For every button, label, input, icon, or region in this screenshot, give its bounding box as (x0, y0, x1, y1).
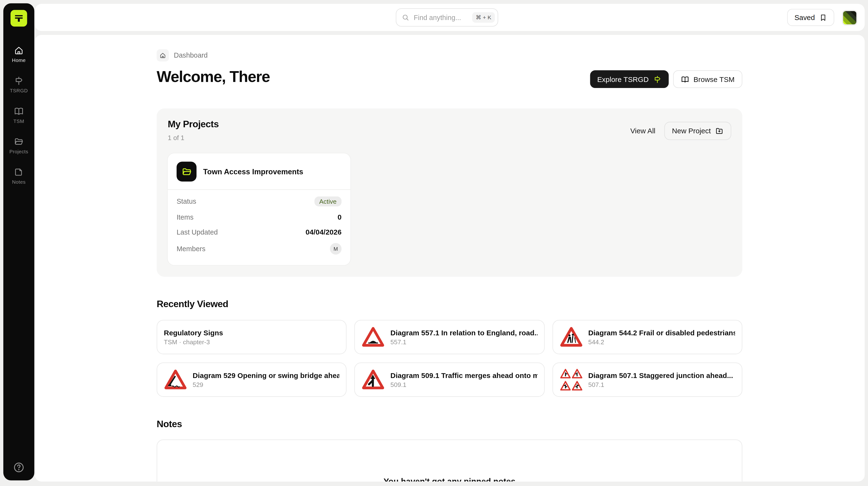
recent-card-557-1[interactable]: Diagram 557.1 In relation to England, ro… (354, 320, 545, 354)
status-badge: Active (314, 196, 341, 206)
member-avatar: M (330, 243, 341, 255)
home-icon (14, 45, 24, 55)
saved-button[interactable]: Saved (787, 9, 834, 26)
warning-sign-road-hump-icon (362, 325, 385, 349)
recent-card-subtitle: 557.1 (390, 339, 537, 346)
page-header: Welcome, There Explore TSRGD (157, 68, 742, 88)
recent-card-title: Diagram 507.1 Staggered junction ahead..… (588, 371, 733, 380)
help-button[interactable] (13, 462, 25, 473)
browse-tsm-label: Browse TSM (693, 75, 735, 83)
status-label: Status (177, 198, 196, 205)
sidebar-item-label: Notes (12, 180, 26, 185)
browse-tsm-button[interactable]: Browse TSM (673, 70, 742, 88)
warning-sign-traffic-merges-icon (362, 368, 385, 391)
project-members-row: Members M (177, 239, 341, 258)
sidebar-item-label: Home (12, 58, 26, 63)
recent-card-title: Diagram 544.2 Frail or disabled pedestri… (588, 329, 735, 337)
my-projects-count: 1 of 1 (168, 134, 219, 142)
warning-sign-frail-pedestrians-icon (559, 325, 583, 349)
divider (168, 189, 350, 190)
notes-empty-title: You haven't got any pinned notes (383, 477, 516, 482)
recent-card-title: Diagram 557.1 In relation to England, ro… (390, 329, 537, 337)
search-shortcut-hint: ⌘ + K (472, 12, 495, 23)
project-status-row: Status Active (177, 193, 341, 210)
search-input[interactable] (412, 13, 468, 22)
brand-logo[interactable] (10, 10, 27, 27)
recent-card-507-1[interactable]: Diagram 507.1 Staggered junction ahead..… (552, 363, 742, 397)
user-avatar[interactable] (842, 10, 858, 25)
search-icon (402, 14, 409, 21)
page-title: Welcome, There (157, 68, 270, 86)
my-projects-panel: My Projects 1 of 1 View All New Project (157, 108, 742, 277)
house-icon (159, 52, 166, 59)
recent-card-subtitle: 507.1 (588, 381, 733, 388)
project-updated-row: Last Updated 04/04/2026 (177, 225, 341, 239)
open-book-icon (14, 106, 24, 116)
explore-tsrgd-label: Explore TSRGD (597, 75, 649, 83)
notes-panel: You haven't got any pinned notes Pin a n… (157, 440, 742, 481)
folder-plus-icon (715, 127, 723, 135)
topbar-actions: Saved (787, 9, 858, 26)
bookmark-icon (819, 13, 827, 21)
help-icon (13, 462, 25, 473)
brand-logo-icon (13, 13, 24, 24)
members-label: Members (177, 245, 206, 253)
project-items-row: Items 0 (177, 210, 341, 225)
sidebar-nav: Home TSRGD TSM (3, 45, 34, 185)
sidebar-item-tsrgd[interactable]: TSRGD (3, 76, 34, 94)
recent-card-subtitle: 509.1 (390, 381, 537, 388)
recent-card-544-2[interactable]: Diagram 544.2 Frail or disabled pedestri… (552, 320, 742, 354)
updated-label: Last Updated (177, 228, 218, 236)
signpost-icon (653, 75, 661, 83)
items-label: Items (177, 213, 193, 221)
items-value: 0 (338, 213, 342, 221)
warning-sign-staggered-junction-icon (559, 368, 583, 391)
recent-card-subtitle: TSM · chapter-3 (164, 339, 223, 346)
recent-card-subtitle: 529 (193, 381, 340, 388)
breadcrumb-home-button[interactable] (157, 49, 169, 62)
recent-card-title: Diagram 529 Opening or swing bridge ahea… (193, 371, 340, 380)
sidebar-item-projects[interactable]: Projects (3, 137, 34, 154)
warning-sign-swing-bridge-icon (164, 368, 187, 391)
view-all-link[interactable]: View All (630, 127, 655, 135)
note-file-icon (14, 167, 24, 177)
sidebar-item-label: Projects (9, 149, 28, 155)
recent-card-subtitle: 544.2 (588, 339, 735, 346)
sidebar-item-tsm[interactable]: TSM (3, 106, 34, 124)
recent-card-529[interactable]: Diagram 529 Opening or swing bridge ahea… (157, 363, 347, 397)
folder-open-icon (14, 137, 24, 147)
sidebar-item-home[interactable]: Home (3, 45, 34, 63)
search-field[interactable]: ⌘ + K (396, 8, 498, 27)
saved-button-label: Saved (795, 13, 815, 22)
sidebar-item-notes[interactable]: Notes (3, 167, 34, 185)
updated-value: 04/04/2026 (306, 228, 341, 236)
breadcrumb: Dashboard (157, 49, 742, 62)
new-project-label: New Project (672, 127, 711, 135)
sidebar-item-label: TSRGD (10, 88, 28, 94)
new-project-button[interactable]: New Project (664, 122, 731, 140)
recent-card-509-1[interactable]: Diagram 509.1 Traffic merges ahead onto … (354, 363, 545, 397)
explore-tsrgd-button[interactable]: Explore TSRGD (590, 70, 669, 88)
project-card[interactable]: Town Access Improvements Status Active I… (168, 153, 350, 265)
recently-viewed-grid: Regulatory Signs TSM · chapter-3 Diagram… (157, 320, 742, 397)
notes-title: Notes (157, 419, 742, 430)
recent-card-regulatory-signs[interactable]: Regulatory Signs TSM · chapter-3 (157, 320, 347, 354)
app-window: Home TSRGD TSM (0, 0, 868, 486)
breadcrumb-label: Dashboard (174, 52, 208, 59)
folder-open-icon (181, 166, 192, 177)
recently-viewed-title: Recently Viewed (157, 299, 742, 310)
topbar: ⌘ + K Saved (35, 4, 865, 31)
recent-card-title: Regulatory Signs (164, 329, 223, 337)
open-book-icon (681, 75, 689, 83)
project-tile (177, 162, 196, 182)
recent-card-title: Diagram 509.1 Traffic merges ahead onto … (390, 371, 537, 380)
sidebar-item-label: TSM (13, 118, 24, 124)
signpost-icon (14, 76, 24, 86)
main-panel: Dashboard Welcome, There Explore TSRGD (35, 35, 865, 482)
sidebar: Home TSRGD TSM (3, 3, 34, 481)
project-name: Town Access Improvements (203, 167, 303, 176)
my-projects-title: My Projects (168, 119, 219, 130)
